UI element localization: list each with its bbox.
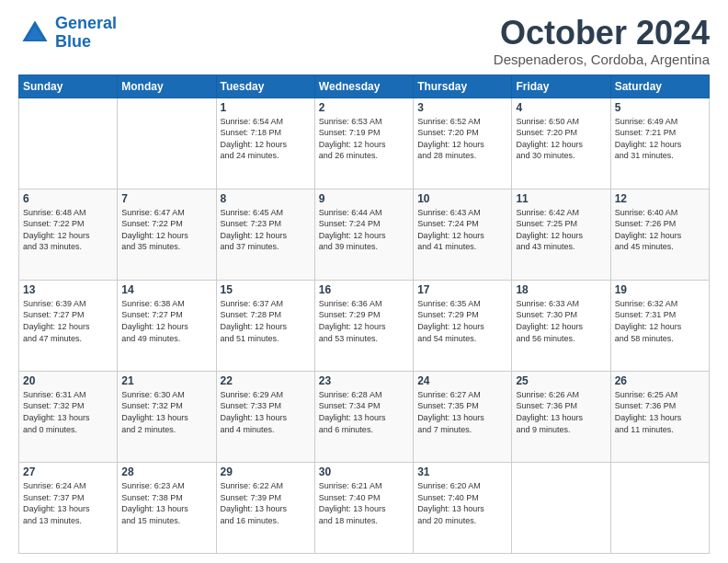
calendar-cell: 28Sunrise: 6:23 AMSunset: 7:38 PMDayligh… xyxy=(118,462,216,553)
day-info: Sunrise: 6:52 AMSunset: 7:20 PMDaylight:… xyxy=(417,116,507,162)
calendar-cell: 7Sunrise: 6:47 AMSunset: 7:22 PMDaylight… xyxy=(118,189,216,280)
calendar-cell: 5Sunrise: 6:49 AMSunset: 7:21 PMDaylight… xyxy=(610,98,709,189)
day-number: 18 xyxy=(516,283,606,296)
calendar-cell: 15Sunrise: 6:37 AMSunset: 7:28 PMDayligh… xyxy=(216,280,314,371)
weekday-header-monday: Monday xyxy=(118,75,216,98)
day-number: 9 xyxy=(319,192,409,205)
calendar-cell: 11Sunrise: 6:42 AMSunset: 7:25 PMDayligh… xyxy=(512,189,610,280)
calendar-cell: 13Sunrise: 6:39 AMSunset: 7:27 PMDayligh… xyxy=(19,280,118,371)
calendar-cell: 24Sunrise: 6:27 AMSunset: 7:35 PMDayligh… xyxy=(414,371,512,462)
weekday-header-row: SundayMondayTuesdayWednesdayThursdayFrid… xyxy=(19,75,710,98)
calendar-cell xyxy=(610,462,709,553)
calendar-cell: 12Sunrise: 6:40 AMSunset: 7:26 PMDayligh… xyxy=(610,189,709,280)
day-number: 13 xyxy=(23,283,113,296)
day-number: 16 xyxy=(319,283,409,296)
weekday-header-saturday: Saturday xyxy=(610,75,709,98)
calendar-cell: 8Sunrise: 6:45 AMSunset: 7:23 PMDaylight… xyxy=(216,189,314,280)
day-info: Sunrise: 6:22 AMSunset: 7:39 PMDaylight:… xyxy=(221,480,311,526)
day-info: Sunrise: 6:26 AMSunset: 7:36 PMDaylight:… xyxy=(516,389,606,435)
logo-text: General Blue xyxy=(55,15,117,52)
day-info: Sunrise: 6:38 AMSunset: 7:27 PMDaylight:… xyxy=(121,298,211,344)
calendar-cell: 30Sunrise: 6:21 AMSunset: 7:40 PMDayligh… xyxy=(314,462,413,553)
calendar-cell: 26Sunrise: 6:25 AMSunset: 7:36 PMDayligh… xyxy=(610,371,709,462)
day-number: 14 xyxy=(121,283,211,296)
day-number: 2 xyxy=(319,101,409,114)
day-info: Sunrise: 6:30 AMSunset: 7:32 PMDaylight:… xyxy=(121,389,211,435)
day-info: Sunrise: 6:32 AMSunset: 7:31 PMDaylight:… xyxy=(615,298,705,344)
day-info: Sunrise: 6:23 AMSunset: 7:38 PMDaylight:… xyxy=(121,480,211,526)
day-info: Sunrise: 6:24 AMSunset: 7:37 PMDaylight:… xyxy=(23,480,113,526)
calendar-week-row: 27Sunrise: 6:24 AMSunset: 7:37 PMDayligh… xyxy=(19,462,710,553)
weekday-header-tuesday: Tuesday xyxy=(216,75,314,98)
day-info: Sunrise: 6:27 AMSunset: 7:35 PMDaylight:… xyxy=(417,389,507,435)
calendar-cell: 10Sunrise: 6:43 AMSunset: 7:24 PMDayligh… xyxy=(414,189,512,280)
calendar-cell: 9Sunrise: 6:44 AMSunset: 7:24 PMDaylight… xyxy=(314,189,413,280)
day-number: 11 xyxy=(516,192,606,205)
day-info: Sunrise: 6:48 AMSunset: 7:22 PMDaylight:… xyxy=(23,207,113,253)
day-number: 3 xyxy=(417,101,507,114)
calendar-cell: 14Sunrise: 6:38 AMSunset: 7:27 PMDayligh… xyxy=(118,280,216,371)
day-number: 28 xyxy=(121,465,211,478)
day-info: Sunrise: 6:29 AMSunset: 7:33 PMDaylight:… xyxy=(221,389,311,435)
day-info: Sunrise: 6:44 AMSunset: 7:24 PMDaylight:… xyxy=(319,207,409,253)
day-info: Sunrise: 6:42 AMSunset: 7:25 PMDaylight:… xyxy=(516,207,606,253)
day-number: 17 xyxy=(417,283,507,296)
weekday-header-friday: Friday xyxy=(512,75,610,98)
day-number: 19 xyxy=(615,283,705,296)
day-info: Sunrise: 6:40 AMSunset: 7:26 PMDaylight:… xyxy=(615,207,705,253)
day-info: Sunrise: 6:50 AMSunset: 7:20 PMDaylight:… xyxy=(516,116,606,162)
logo: General Blue xyxy=(18,15,117,52)
day-info: Sunrise: 6:45 AMSunset: 7:23 PMDaylight:… xyxy=(221,207,311,253)
calendar-cell: 23Sunrise: 6:28 AMSunset: 7:34 PMDayligh… xyxy=(314,371,413,462)
calendar-cell: 6Sunrise: 6:48 AMSunset: 7:22 PMDaylight… xyxy=(19,189,118,280)
calendar-cell: 18Sunrise: 6:33 AMSunset: 7:30 PMDayligh… xyxy=(512,280,610,371)
header: General Blue October 2024 Despenaderos, … xyxy=(18,15,710,67)
day-info: Sunrise: 6:54 AMSunset: 7:18 PMDaylight:… xyxy=(221,116,311,162)
day-info: Sunrise: 6:36 AMSunset: 7:29 PMDaylight:… xyxy=(319,298,409,344)
day-info: Sunrise: 6:47 AMSunset: 7:22 PMDaylight:… xyxy=(121,207,211,253)
day-number: 8 xyxy=(221,192,311,205)
logo-general: General xyxy=(55,14,117,32)
calendar-cell: 27Sunrise: 6:24 AMSunset: 7:37 PMDayligh… xyxy=(19,462,118,553)
calendar-week-row: 1Sunrise: 6:54 AMSunset: 7:18 PMDaylight… xyxy=(19,98,710,189)
day-number: 26 xyxy=(615,374,705,387)
logo-icon xyxy=(18,17,51,50)
day-number: 22 xyxy=(221,374,311,387)
calendar-week-row: 13Sunrise: 6:39 AMSunset: 7:27 PMDayligh… xyxy=(19,280,710,371)
calendar-cell: 2Sunrise: 6:53 AMSunset: 7:19 PMDaylight… xyxy=(314,98,413,189)
calendar-cell: 17Sunrise: 6:35 AMSunset: 7:29 PMDayligh… xyxy=(414,280,512,371)
title-block: October 2024 Despenaderos, Cordoba, Arge… xyxy=(494,15,710,67)
day-number: 29 xyxy=(221,465,311,478)
page: General Blue October 2024 Despenaderos, … xyxy=(0,0,728,563)
day-number: 10 xyxy=(417,192,507,205)
day-number: 24 xyxy=(417,374,507,387)
day-info: Sunrise: 6:28 AMSunset: 7:34 PMDaylight:… xyxy=(319,389,409,435)
day-number: 7 xyxy=(121,192,211,205)
day-number: 1 xyxy=(221,101,311,114)
calendar-week-row: 20Sunrise: 6:31 AMSunset: 7:32 PMDayligh… xyxy=(19,371,710,462)
day-info: Sunrise: 6:39 AMSunset: 7:27 PMDaylight:… xyxy=(23,298,113,344)
day-number: 12 xyxy=(615,192,705,205)
day-info: Sunrise: 6:31 AMSunset: 7:32 PMDaylight:… xyxy=(23,389,113,435)
calendar-subtitle: Despenaderos, Cordoba, Argentina xyxy=(494,52,710,67)
day-number: 5 xyxy=(615,101,705,114)
day-number: 30 xyxy=(319,465,409,478)
day-number: 31 xyxy=(417,465,507,478)
day-info: Sunrise: 6:37 AMSunset: 7:28 PMDaylight:… xyxy=(221,298,311,344)
calendar-cell: 3Sunrise: 6:52 AMSunset: 7:20 PMDaylight… xyxy=(414,98,512,189)
day-info: Sunrise: 6:33 AMSunset: 7:30 PMDaylight:… xyxy=(516,298,606,344)
weekday-header-thursday: Thursday xyxy=(414,75,512,98)
calendar-cell xyxy=(512,462,610,553)
calendar-cell: 20Sunrise: 6:31 AMSunset: 7:32 PMDayligh… xyxy=(19,371,118,462)
day-info: Sunrise: 6:25 AMSunset: 7:36 PMDaylight:… xyxy=(615,389,705,435)
calendar-cell xyxy=(118,98,216,189)
calendar-week-row: 6Sunrise: 6:48 AMSunset: 7:22 PMDaylight… xyxy=(19,189,710,280)
day-number: 27 xyxy=(23,465,113,478)
day-info: Sunrise: 6:35 AMSunset: 7:29 PMDaylight:… xyxy=(417,298,507,344)
calendar-cell: 4Sunrise: 6:50 AMSunset: 7:20 PMDaylight… xyxy=(512,98,610,189)
day-info: Sunrise: 6:43 AMSunset: 7:24 PMDaylight:… xyxy=(417,207,507,253)
day-number: 23 xyxy=(319,374,409,387)
day-number: 25 xyxy=(516,374,606,387)
calendar-title: October 2024 xyxy=(494,15,710,52)
calendar-cell xyxy=(19,98,118,189)
